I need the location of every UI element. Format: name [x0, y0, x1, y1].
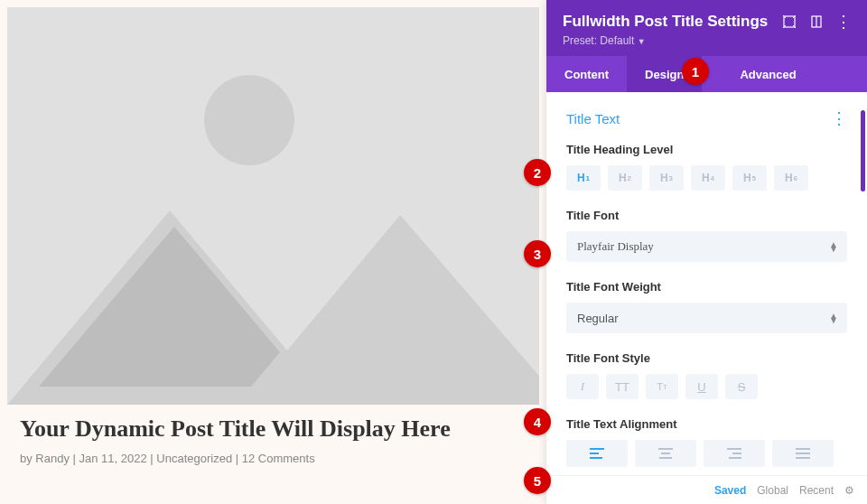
weight-value: Regular [577, 312, 619, 325]
featured-image-placeholder [7, 7, 539, 405]
align-left[interactable] [566, 440, 628, 467]
annotation-5: 5 [524, 467, 551, 494]
align-justify[interactable] [772, 440, 834, 467]
heading-level-buttons: H1 H2 H3 H4 H5 H6 [566, 165, 847, 191]
label-style: Title Font Style [566, 351, 847, 365]
panel-body: Title Text ⋮ Title Heading Level H1 H2 H… [546, 92, 867, 475]
heading-h4[interactable]: H4 [691, 165, 725, 191]
style-underline[interactable]: U [685, 374, 718, 399]
expand-icon[interactable] [782, 14, 797, 29]
annotation-3: 3 [524, 240, 551, 267]
svg-point-0 [204, 75, 294, 165]
gear-icon[interactable]: ⚙ [844, 484, 854, 497]
main-preview: Your Dynamic Post Title Will Display Her… [0, 0, 546, 504]
annotation-1: 1 [682, 58, 709, 85]
section-more-icon[interactable]: ⋮ [831, 110, 847, 126]
heading-h5[interactable]: H5 [732, 165, 767, 191]
heading-h1[interactable]: H1 [566, 165, 601, 191]
align-buttons [566, 440, 847, 467]
annotation-2: 2 [524, 159, 551, 186]
footer-saved[interactable]: Saved [714, 484, 746, 497]
panel-title: Fullwidth Post Title Settings [563, 13, 768, 31]
preset-label: Preset: Default [563, 34, 634, 47]
preset-dropdown[interactable]: Preset: Default ▼ [563, 34, 851, 47]
style-italic[interactable]: I [566, 374, 599, 399]
label-align: Title Text Alignment [566, 417, 847, 431]
select-arrows-icon: ▲▼ [829, 313, 838, 322]
font-style-buttons: I TT TT U S [566, 374, 847, 399]
align-right[interactable] [704, 440, 765, 467]
align-center[interactable] [635, 440, 696, 467]
panel-footer: Saved Global Recent ⚙ [546, 475, 867, 504]
placeholder-icon [7, 7, 539, 405]
select-arrows-icon: ▲▼ [829, 242, 838, 251]
more-icon[interactable]: ⋮ [836, 14, 851, 29]
label-font: Title Font [566, 209, 847, 222]
heading-h6[interactable]: H6 [774, 165, 808, 191]
style-uppercase[interactable]: TT [606, 374, 639, 399]
label-heading-level: Title Heading Level [566, 143, 847, 156]
snap-icon[interactable] [809, 14, 824, 29]
footer-global[interactable]: Global [757, 484, 788, 497]
weight-select[interactable]: Regular ▲▼ [566, 303, 847, 333]
style-strike[interactable]: S [725, 374, 758, 399]
panel-header: Fullwidth Post Title Settings ⋮ Preset: … [546, 0, 867, 56]
font-value: Playfair Display [577, 239, 654, 254]
section-title[interactable]: Title Text [566, 111, 620, 126]
scrollbar-thumb[interactable] [861, 110, 865, 191]
post-title: Your Dynamic Post Title Will Display Her… [20, 415, 546, 443]
font-select[interactable]: Playfair Display ▲▼ [566, 231, 847, 262]
tab-advanced[interactable]: Advanced [722, 56, 814, 92]
annotation-4: 4 [524, 408, 551, 435]
footer-recent[interactable]: Recent [799, 484, 834, 497]
heading-h3[interactable]: H3 [649, 165, 684, 191]
label-weight: Title Font Weight [566, 280, 847, 294]
heading-h2[interactable]: H2 [608, 165, 642, 191]
tab-content[interactable]: Content [546, 56, 627, 92]
style-smallcaps[interactable]: TT [646, 374, 678, 399]
post-meta: by Randy | Jan 11, 2022 | Uncategorized … [20, 452, 546, 465]
